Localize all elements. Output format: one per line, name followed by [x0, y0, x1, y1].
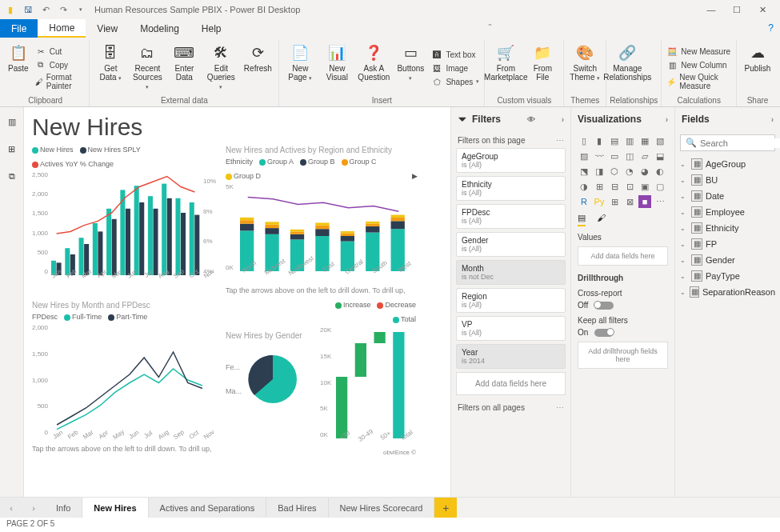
filter-card[interactable]: AgeGroupis (All) — [456, 148, 566, 173]
cut-button[interactable]: ✂Cut — [34, 45, 86, 58]
chart1-legend: New Hires New Hires SPLY Actives YoY % C… — [32, 146, 216, 168]
tab-modeling[interactable]: Modeling — [129, 19, 190, 38]
field-table[interactable]: ⌄▦Gender — [678, 252, 777, 268]
model-view-icon[interactable]: ⧉ — [4, 168, 20, 184]
new-visual-button[interactable]: 📊New Visual — [319, 42, 354, 94]
refresh-button[interactable]: ⟳Refresh — [240, 42, 275, 94]
maximize-icon[interactable]: ☐ — [727, 5, 746, 15]
svg-rect-36 — [315, 226, 329, 229]
drillthrough-drop[interactable]: Add drillthrough fields here — [578, 342, 668, 369]
group-insert-label: Insert — [282, 94, 481, 106]
page-tab[interactable]: Info — [45, 498, 82, 518]
page-tab[interactable]: New Hires — [82, 498, 148, 518]
field-table[interactable]: ⌄▦AgeGroup — [678, 156, 777, 172]
tab-prev[interactable]: ‹ — [0, 498, 22, 518]
group-clipboard-label: Clipboard — [5, 94, 86, 106]
svg-rect-45 — [366, 222, 379, 224]
page-tab[interactable]: Bad Hires — [266, 498, 328, 518]
svg-rect-35 — [315, 229, 329, 236]
tab-next[interactable]: › — [22, 498, 45, 518]
tab-help[interactable]: Help — [190, 19, 233, 38]
format-well-icon[interactable]: 🖌 — [597, 213, 606, 226]
copy-button[interactable]: ⧉Copy — [34, 58, 86, 71]
close-icon[interactable]: ✕ — [753, 5, 772, 15]
add-page-button[interactable]: + — [434, 498, 457, 518]
add-page-filter[interactable]: Add data fields here — [456, 372, 566, 395]
image-button[interactable]: 🖼Image — [430, 62, 481, 74]
field-table[interactable]: ⌄▦Employee — [678, 204, 777, 220]
ask-question-button[interactable]: ❓Ask A Question — [356, 42, 391, 94]
filter-card[interactable]: VPis (All) — [456, 316, 566, 341]
fields-search[interactable]: 🔍 — [680, 134, 775, 151]
help-icon[interactable]: ? — [762, 19, 780, 38]
svg-rect-47 — [390, 221, 404, 229]
fields-header[interactable]: Fields› — [675, 107, 780, 131]
status-bar: PAGE 2 OF 5 — [0, 518, 780, 532]
buttons-button[interactable]: ▭Buttons ▾ — [393, 42, 428, 94]
svg-rect-3 — [93, 223, 98, 275]
filter-card[interactable]: FPDescis (All) — [456, 204, 566, 229]
new-measure-button[interactable]: 🧮New Measure — [665, 45, 733, 58]
collapse-ribbon-icon[interactable]: ˆ — [488, 23, 506, 34]
filter-card[interactable]: Monthis not Dec — [456, 260, 566, 285]
group-share-label: Share — [740, 94, 775, 106]
new-quick-measure-button[interactable]: ⚡New Quick Measure — [665, 72, 733, 91]
new-column-button[interactable]: ▥New Column — [665, 58, 733, 71]
keep-filters-toggle[interactable] — [594, 329, 614, 337]
page-tab[interactable]: New Hires Scorecard — [329, 498, 435, 518]
search-input[interactable] — [700, 138, 780, 148]
field-table[interactable]: ⌄▦Date — [678, 188, 777, 204]
undo-icon[interactable]: ↶ — [38, 2, 53, 17]
field-table[interactable]: ⌄▦FP — [678, 236, 777, 252]
svg-rect-52 — [355, 343, 366, 377]
tab-home[interactable]: Home — [38, 19, 86, 38]
save-icon[interactable]: 🖫 — [21, 2, 35, 17]
field-table[interactable]: ⌄▦Ethnicity — [678, 220, 777, 236]
svg-rect-17 — [139, 202, 144, 275]
filter-card[interactable]: Yearis 2014 — [456, 344, 566, 369]
from-marketplace-button[interactable]: 🛒From Marketplace — [488, 42, 523, 94]
field-table[interactable]: ⌄▦BU — [678, 172, 777, 188]
switch-theme-button[interactable]: 🎨Switch Theme ▾ — [567, 42, 602, 94]
paste-button[interactable]: 📋Paste — [5, 42, 32, 94]
filter-card[interactable]: Regionis (All) — [456, 288, 566, 313]
report-canvas[interactable]: New Hires New Hires New Hires SPLY Activ… — [24, 107, 450, 497]
filter-card[interactable]: Ethnicityis (All) — [456, 176, 566, 201]
values-drop[interactable]: Add data fields here — [578, 246, 668, 266]
window-title: Human Resources Sample PBIX - Power BI D… — [94, 5, 300, 14]
qat-dropdown[interactable]: ▾ — [74, 2, 88, 17]
format-painter-button[interactable]: 🖌Format Painter — [34, 72, 86, 91]
field-table[interactable]: ⌄▦PayType — [678, 268, 777, 284]
field-table[interactable]: ⌄▦SeparationReason — [678, 284, 777, 300]
svg-rect-4 — [106, 209, 111, 275]
page-tab[interactable]: Actives and Separations — [149, 498, 267, 518]
svg-rect-40 — [341, 234, 354, 236]
cross-report-toggle[interactable] — [594, 302, 614, 310]
publish-button[interactable]: ☁Publish — [740, 42, 775, 94]
chart3 — [50, 324, 210, 436]
recent-sources-button[interactable]: 🗂Recent Sources ▾ — [130, 42, 165, 94]
new-page-button[interactable]: 📄New Page ▾ — [282, 42, 318, 94]
redo-icon[interactable]: ↷ — [56, 2, 70, 17]
shapes-button[interactable]: ⬠Shapes ▾ — [430, 75, 481, 88]
fields-well-icon[interactable]: ▤ — [578, 213, 586, 226]
edit-queries-button[interactable]: 🛠Edit Queries ▾ — [203, 42, 238, 94]
get-data-button[interactable]: 🗄Get Data ▾ — [93, 42, 128, 94]
viz-gallery[interactable]: ▯▮▤▥▦▧▨ 〰▭◫▱⬓⬔◨ ⬡◔◕◐◑⊞⊟ ⊡▣▢RPy ⊞⊠■⋯ — [571, 131, 674, 211]
data-view-icon[interactable]: ⊞ — [4, 141, 20, 157]
text-box-button[interactable]: 🅰Text box — [430, 48, 481, 61]
report-view-icon[interactable]: ▥ — [4, 114, 20, 130]
viz-header[interactable]: Visualizations› — [571, 107, 674, 131]
svg-rect-41 — [341, 231, 354, 234]
filter-icon: ⏷ — [458, 114, 467, 125]
tab-view[interactable]: View — [86, 19, 129, 38]
manage-relationships-button[interactable]: 🔗Manage Relationships — [610, 42, 645, 94]
filters-header[interactable]: ⏷ Filters 👁 › — [451, 107, 570, 131]
from-file-button[interactable]: 📁From File — [525, 42, 560, 94]
minimize-icon[interactable]: — — [702, 5, 721, 15]
filter-card[interactable]: Genderis (All) — [456, 232, 566, 257]
collapse-filters-icon[interactable]: › — [562, 115, 564, 124]
filters-pane: ⏷ Filters 👁 › Filters on this page⋯ AgeG… — [450, 107, 570, 497]
tab-file[interactable]: File — [0, 19, 38, 38]
enter-data-button[interactable]: ⌨Enter Data — [166, 42, 202, 94]
